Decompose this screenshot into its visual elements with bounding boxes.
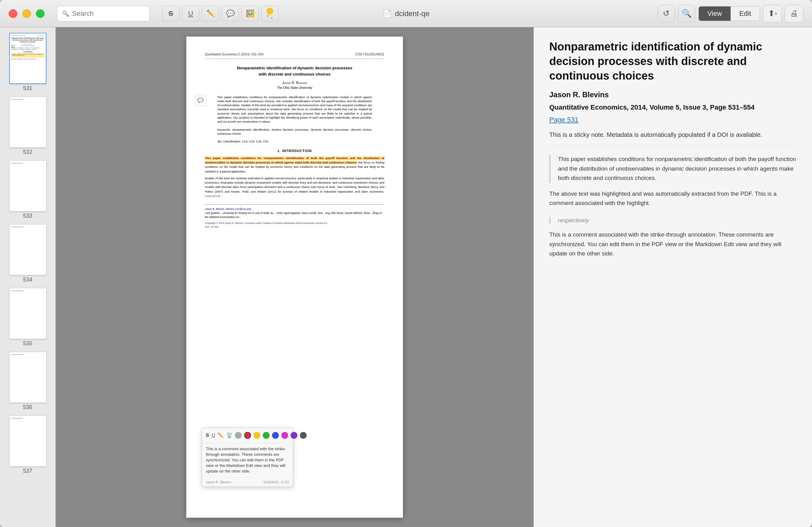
annot-delete-button[interactable]: 🗑️ — [226, 430, 232, 440]
pen-button[interactable]: ✏️ — [202, 6, 219, 22]
traffic-lights — [9, 9, 45, 18]
color-yellow[interactable] — [253, 432, 260, 439]
keywords-text: Keywords. Nonparametric identification, … — [217, 128, 372, 135]
annot-underline-button[interactable]: U — [212, 430, 215, 440]
underline-button[interactable]: U — [182, 6, 199, 22]
sidebar-item-537[interactable]: text content page 537... 537 — [0, 413, 55, 477]
notes-panel: Nonparametric identification of dynamic … — [534, 27, 812, 527]
footnote-body: I am grateful... University for hosting … — [205, 211, 385, 219]
thumb-label-531: 531 — [23, 85, 32, 92]
edit-button[interactable]: Edit — [730, 6, 760, 21]
view-button[interactable]: View — [699, 6, 730, 21]
pdf-institution: The Ohio State University — [205, 85, 385, 90]
note-strike-ref: respectively — [549, 217, 797, 224]
thumbnail-532: text content page 532... — [9, 97, 46, 148]
pdf-page-531: 💬 Quantitative Economics 5 (2014), 531–5… — [186, 37, 403, 518]
sidebar-item-532[interactable]: text content page 532... 532 — [0, 94, 55, 158]
minimize-button[interactable] — [22, 9, 31, 18]
thumbnail-531: Quantitative Economics 1759-7331 Nonpara… — [9, 33, 46, 84]
close-button[interactable] — [9, 9, 17, 18]
note-title: Nonparametric identification of dynamic … — [549, 40, 797, 83]
intro-body-2: Models of this kind are routinely estima… — [205, 176, 385, 193]
intro-paragraph-2: Models of this kind are routinely estima… — [205, 176, 385, 198]
annot-strikethrough-button[interactable]: S — [206, 430, 209, 440]
annot-footer: Jason R. Blevins 6/10/2015, 11:52 — [202, 478, 293, 487]
annot-body[interactable]: This is a comment associated with the st… — [202, 443, 293, 478]
footnote-name: Jason R. Blevins: blevins.141@osu.edu — [205, 207, 385, 211]
comment-button[interactable]: 💬 — [221, 6, 239, 22]
color-circle — [266, 8, 273, 15]
abstract-text: This paper establishes conditions for no… — [217, 95, 372, 124]
thumb-label-535: 535 — [23, 340, 32, 347]
color-arrows-icon: ⌃⌄ — [266, 15, 274, 19]
strikethrough-word: respectively — [205, 194, 220, 198]
strikethrough-button[interactable]: S — [162, 6, 179, 22]
journal-info-left: Quantitative Economics 5 (2014), 531–554 — [205, 52, 264, 57]
thumb-label-534: 534 — [23, 276, 32, 283]
thumb-label-533: 533 — [23, 213, 32, 219]
sidebar-item-531[interactable]: Quantitative Economics 1759-7331 Nonpara… — [0, 30, 55, 94]
color-pink[interactable] — [281, 432, 288, 439]
window-title: 📄 dcident-qe — [382, 9, 430, 18]
sidebar: Quantitative Economics 1759-7331 Nonpara… — [0, 27, 56, 527]
pdf-author: Jason R. Blevins — [205, 80, 385, 85]
maximize-button[interactable] — [36, 9, 45, 18]
color-blue[interactable] — [272, 432, 279, 439]
titlebar: 🔍 S U ✏️ 💬 🖼️ ⌃⌄ 📄 dcident-qe ↺ 🔍 View E… — [0, 0, 812, 27]
right-buttons: ↺ 🔍 View Edit ⬆ ▾ 🖨 — [657, 5, 803, 22]
color-dark-gray[interactable] — [300, 432, 307, 439]
annot-date: 6/10/2015, 11:52 — [263, 480, 289, 485]
sidebar-item-534[interactable]: text content page 534... 534 — [0, 222, 55, 285]
thumb-label-537: 537 — [23, 468, 32, 474]
image-button[interactable]: 🖼️ — [241, 6, 259, 22]
color-selector[interactable]: ⌃⌄ — [261, 6, 278, 22]
pdf-footnote: Jason R. Blevins: blevins.141@osu.edu I … — [205, 204, 385, 219]
print-button[interactable]: 🖨 — [785, 5, 803, 22]
intro-body-3: . — [221, 194, 222, 198]
view-edit-toggle: View Edit — [698, 6, 760, 21]
thumbnail-533: text content page 533... — [9, 160, 46, 212]
title-text: dcident-qe — [395, 9, 430, 18]
annot-text[interactable]: This is a comment associated with the st… — [206, 446, 289, 474]
color-gray[interactable] — [235, 432, 242, 439]
thumbnail-535: text content page 535... — [9, 288, 46, 339]
section-1-title: 1. Introduction — [205, 148, 385, 154]
intro-paragraph-1: This paper establishes conditions for no… — [205, 156, 385, 174]
color-purple[interactable] — [291, 432, 298, 439]
color-red[interactable] — [244, 432, 251, 439]
jel-text: JEL Classification. C14, C23, C25, C51. — [217, 140, 269, 143]
note-page-link[interactable]: Page 531 — [549, 116, 797, 124]
annot-pen-button[interactable]: ✏️ — [218, 430, 224, 440]
refresh-button[interactable]: ↺ — [657, 5, 675, 22]
pdf-jel: JEL Classification. C14, C23, C25, C51. — [217, 139, 372, 143]
file-icon: 📄 — [382, 9, 392, 18]
search-icon: 🔍 — [62, 10, 69, 17]
search-pdf-button[interactable]: 🔍 — [678, 5, 695, 22]
highlighted-intro: This paper establishes conditions for no… — [205, 156, 385, 164]
annot-toolbar: S U ✏️ 🗑️ — [202, 428, 293, 443]
share-button[interactable]: ⬆ ▾ — [763, 5, 782, 22]
sidebar-item-533[interactable]: text content page 533... 533 — [0, 158, 55, 222]
sidebar-item-535[interactable]: text content page 535... 535 — [0, 285, 55, 349]
thumb-label-536: 536 — [23, 404, 32, 411]
annotation-popup: S U ✏️ 🗑️ This is a comme — [202, 428, 293, 487]
note-blockquote: This paper establishes conditions for no… — [549, 155, 797, 183]
pdf-header: Quantitative Economics 5 (2014), 531–554… — [205, 52, 385, 59]
pdf-copyright: Copyright © 2014 Jason R. Blevins. Licen… — [205, 222, 385, 229]
thumbnail-534: text content page 534... — [9, 224, 46, 275]
search-box[interactable]: 🔍 — [57, 6, 150, 22]
note-journal: Quantitative Economics, 2014, Volume 5, … — [549, 103, 797, 112]
journal-info-right: 1759-7331/20140531 — [355, 52, 385, 57]
share-icon: ⬆ — [768, 9, 775, 18]
sticky-note-icon[interactable]: 💬 — [195, 95, 206, 106]
color-green[interactable] — [263, 432, 270, 439]
annot-author: Jason R. Blevins — [206, 480, 231, 485]
sidebar-item-536[interactable]: text content page 536... 536 — [0, 349, 55, 413]
toolbar-buttons: S U ✏️ 💬 🖼️ ⌃⌄ — [162, 6, 278, 22]
pdf-abstract: This paper establishes conditions for no… — [217, 95, 372, 124]
note-highlight-comment: The above text was highlighted and was a… — [549, 189, 797, 208]
search-input[interactable] — [72, 10, 145, 18]
pdf-view[interactable]: 💬 Quantitative Economics 5 (2014), 531–5… — [56, 27, 534, 527]
note-sticky: This is a sticky note. Metadata is autom… — [549, 130, 797, 146]
thumb-label-532: 532 — [23, 149, 32, 155]
